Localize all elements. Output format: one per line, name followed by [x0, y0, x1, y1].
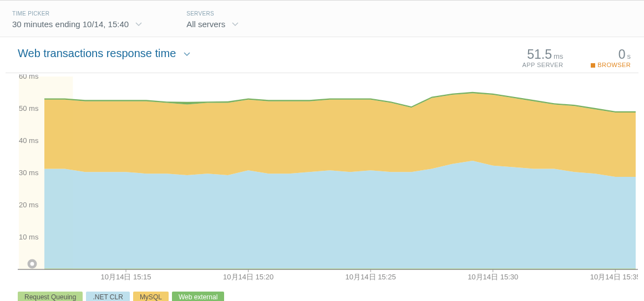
- svg-text:10月14日 15:35: 10月14日 15:35: [590, 273, 638, 281]
- time-picker-label: TIME PICKER: [12, 11, 142, 17]
- chart-legend: Request Queuing .NET CLR MySQL Web exter…: [6, 285, 638, 301]
- svg-text:40 ms: 40 ms: [19, 136, 39, 145]
- chevron-down-icon: [184, 49, 190, 59]
- square-icon: [591, 63, 595, 68]
- chevron-down-icon: [232, 19, 239, 29]
- metric-app-server-label: APP SERVER: [522, 62, 563, 68]
- panel-title: Web transactions response time: [18, 47, 176, 60]
- response-time-panel: Web transactions response time 51.5ms AP…: [6, 44, 638, 301]
- panel-title-dropdown[interactable]: Web transactions response time: [18, 47, 190, 60]
- metric-browser: 0s BROWSER: [591, 47, 631, 68]
- metric-app-server: 51.5ms APP SERVER: [522, 47, 563, 68]
- svg-text:10月14日 15:25: 10月14日 15:25: [346, 273, 396, 281]
- servers-value: All servers: [186, 19, 225, 29]
- svg-text:60 ms: 60 ms: [19, 74, 39, 80]
- servers-filter[interactable]: SERVERS All servers: [186, 11, 239, 29]
- svg-text:30 ms: 30 ms: [19, 169, 39, 177]
- chevron-down-icon: [135, 19, 142, 29]
- summary-metrics: 51.5ms APP SERVER 0s BROWSER: [522, 47, 631, 68]
- svg-text:10月14日 15:15: 10月14日 15:15: [100, 273, 151, 281]
- legend-mysql[interactable]: MySQL: [133, 292, 169, 301]
- time-picker-filter[interactable]: TIME PICKER 30 minutes ending 10/14, 15:…: [12, 11, 142, 29]
- legend-web-external[interactable]: Web external: [172, 292, 224, 301]
- metric-app-server-value: 51.5: [527, 47, 552, 62]
- time-picker-value: 30 minutes ending 10/14, 15:40: [12, 19, 129, 29]
- legend-net-clr[interactable]: .NET CLR: [86, 292, 129, 301]
- svg-text:10月14日 15:20: 10月14日 15:20: [223, 273, 273, 281]
- svg-text:10 ms: 10 ms: [19, 233, 39, 241]
- svg-text:50 ms: 50 ms: [19, 104, 39, 113]
- response-time-chart[interactable]: 10 ms20 ms30 ms40 ms50 ms60 ms10月14日 15:…: [18, 74, 638, 285]
- servers-label: SERVERS: [186, 11, 239, 17]
- metric-browser-value: 0: [618, 47, 626, 62]
- svg-text:20 ms: 20 ms: [19, 201, 39, 209]
- svg-point-18: [29, 261, 36, 267]
- filter-bar: TIME PICKER 30 minutes ending 10/14, 15:…: [0, 0, 644, 37]
- legend-request-queuing[interactable]: Request Queuing: [18, 292, 83, 301]
- svg-text:10月14日 15:30: 10月14日 15:30: [468, 273, 518, 281]
- panel-header: Web transactions response time 51.5ms AP…: [6, 44, 638, 73]
- chart-area: 10 ms20 ms30 ms40 ms50 ms60 ms10月14日 15:…: [6, 73, 638, 285]
- metric-browser-label: BROWSER: [591, 62, 631, 68]
